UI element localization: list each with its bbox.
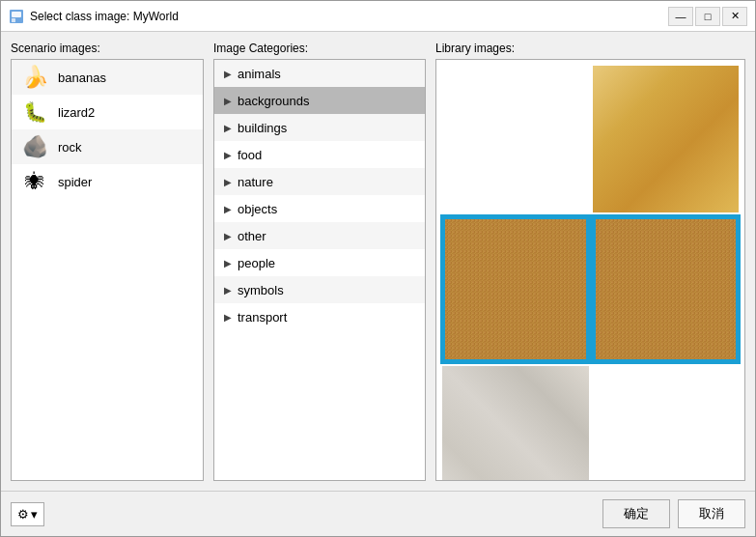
category-item-buildings[interactable]: ▶ buildings [214, 114, 425, 141]
cancel-button[interactable]: 取消 [678, 499, 745, 528]
category-label: people [238, 256, 275, 270]
confirm-button[interactable]: 确定 [602, 499, 670, 528]
expand-arrow-icon: ▶ [224, 258, 232, 268]
library-image-item[interactable] [591, 64, 742, 214]
scenario-item-label: spider [58, 175, 92, 189]
category-item-backgrounds[interactable]: ▶ backgrounds [214, 87, 425, 114]
list-item[interactable]: 🪨 rock [12, 129, 203, 164]
category-item-nature[interactable]: ▶ nature [214, 168, 425, 195]
titlebar-buttons: — □ ✕ [668, 7, 747, 26]
dropdown-arrow-icon: ▾ [31, 507, 38, 522]
content-area: Scenario images: 🍌 bananas 🐛 lizard2 🪨 r… [1, 32, 755, 491]
scenario-list: 🍌 bananas 🐛 lizard2 🪨 rock 🕷 spider [11, 59, 204, 481]
gear-icon: ⚙ [17, 507, 29, 522]
category-label: animals [238, 67, 281, 81]
minimize-button[interactable]: — [668, 7, 693, 26]
titlebar: Select class image: MyWorld — □ ✕ [1, 1, 755, 32]
category-item-transport[interactable]: ▶ transport [214, 303, 425, 330]
dialog-buttons: 确定 取消 [602, 499, 745, 528]
texture-cork [596, 219, 737, 360]
scenario-item-label: bananas [58, 71, 106, 85]
texture-empty [442, 66, 589, 212]
scenario-panel: Scenario images: 🍌 bananas 🐛 lizard2 🪨 r… [11, 42, 204, 481]
category-label: buildings [238, 121, 287, 135]
category-item-people[interactable]: ▶ people [214, 249, 425, 276]
window-title: Select class image: MyWorld [30, 10, 179, 23]
scenario-item-label: lizard2 [58, 105, 95, 120]
list-item[interactable]: 🍌 bananas [12, 60, 203, 95]
category-item-food[interactable]: ▶ food [214, 141, 425, 168]
library-grid [436, 60, 744, 480]
svg-rect-2 [12, 18, 15, 22]
categories-panel: Image Categories: ▶ animals ▶ background… [213, 42, 426, 481]
texture-light-wood [593, 66, 740, 212]
main-window: Select class image: MyWorld — □ ✕ Scenar… [0, 0, 756, 537]
library-image-item[interactable] [440, 364, 591, 480]
list-item[interactable]: 🐛 lizard2 [12, 95, 203, 129]
category-item-animals[interactable]: ▶ animals [214, 60, 425, 87]
expand-arrow-icon: ▶ [224, 231, 232, 241]
library-image-item[interactable] [440, 64, 591, 214]
scenario-item-label: rock [58, 140, 82, 155]
close-button[interactable]: ✕ [722, 7, 747, 26]
svg-rect-1 [12, 12, 21, 17]
window-icon [9, 9, 24, 24]
expand-arrow-icon: ▶ [224, 204, 232, 214]
category-label: food [238, 148, 262, 162]
category-label: symbols [238, 283, 284, 297]
expand-arrow-icon: ▶ [224, 312, 232, 323]
library-panel-label: Library images: [435, 42, 745, 55]
categories-panel-label: Image Categories: [213, 42, 426, 55]
library-image-item-selected[interactable] [591, 214, 742, 365]
scenario-panel-label: Scenario images: [11, 42, 204, 55]
category-item-objects[interactable]: ▶ objects [214, 195, 425, 222]
expand-arrow-icon: ▶ [224, 123, 232, 133]
library-image-item-selected[interactable] [440, 214, 591, 365]
category-label: transport [238, 310, 287, 325]
category-label: backgrounds [238, 94, 309, 108]
maximize-button[interactable]: □ [695, 7, 720, 26]
category-item-other[interactable]: ▶ other [214, 222, 425, 249]
banana-icon: 🍌 [19, 64, 50, 91]
settings-button[interactable]: ⚙ ▾ [11, 502, 44, 526]
list-item[interactable]: 🕷 spider [12, 164, 203, 199]
spider-icon: 🕷 [19, 168, 50, 195]
category-label: objects [238, 202, 277, 216]
category-item-symbols[interactable]: ▶ symbols [214, 276, 425, 303]
expand-arrow-icon: ▶ [224, 96, 232, 106]
texture-crumpled [442, 366, 589, 480]
expand-arrow-icon: ▶ [224, 285, 232, 296]
rock-icon: 🪨 [19, 133, 50, 160]
library-panel: Library images: [435, 42, 745, 481]
bottom-bar: ⚙ ▾ 确定 取消 [1, 491, 755, 536]
library-image-item[interactable] [591, 364, 742, 480]
texture-empty [593, 366, 740, 480]
expand-arrow-icon: ▶ [224, 69, 232, 79]
categories-list: ▶ animals ▶ backgrounds ▶ buildings ▶ fo… [213, 59, 426, 481]
library-list [435, 59, 745, 481]
expand-arrow-icon: ▶ [224, 150, 232, 160]
titlebar-left: Select class image: MyWorld [9, 9, 179, 24]
category-label: nature [238, 175, 273, 189]
expand-arrow-icon: ▶ [224, 177, 232, 187]
library-scroll[interactable] [436, 60, 744, 480]
texture-cork [445, 219, 586, 360]
lizard-icon: 🐛 [19, 99, 50, 126]
category-label: other [238, 229, 266, 243]
